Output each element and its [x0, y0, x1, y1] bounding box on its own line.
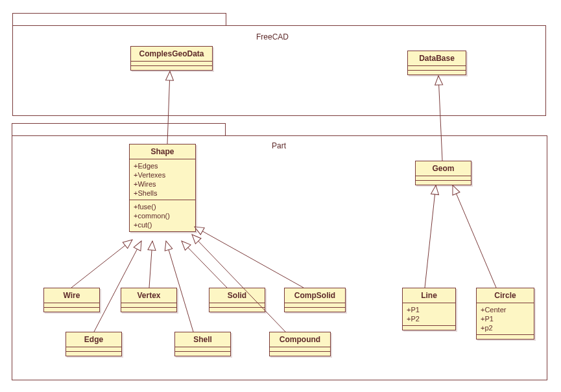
- class-solid[interactable]: Solid: [209, 288, 265, 312]
- attr-row: +p2: [481, 323, 530, 332]
- class-attributes: +Center +P1 +p2: [477, 303, 534, 335]
- class-edge[interactable]: Edge: [66, 332, 122, 356]
- class-geom[interactable]: Geom: [415, 161, 471, 185]
- op-row: +fuse(): [134, 202, 191, 211]
- class-name: CompSolid: [285, 288, 345, 303]
- package-part-label: Part: [259, 141, 298, 150]
- package-freecad-tab: [12, 13, 226, 26]
- class-attr-empty: [44, 303, 99, 308]
- class-complesgeodata[interactable]: ComplesGeoData: [130, 46, 213, 71]
- diagram-canvas: FreeCAD Part ComplesGeoData DataBase Sha…: [0, 0, 561, 392]
- class-attr-empty: [270, 347, 330, 352]
- package-part-tab: [12, 123, 226, 136]
- class-op-empty: [285, 308, 345, 312]
- class-wire[interactable]: Wire: [43, 288, 100, 312]
- class-attributes: +Edges +Vertexes +Wires +Shells: [130, 159, 195, 200]
- class-operations: +fuse() +common() +cut(): [130, 200, 195, 231]
- class-name: Solid: [209, 288, 265, 303]
- class-shape[interactable]: Shape +Edges +Vertexes +Wires +Shells +f…: [129, 144, 196, 232]
- class-op-empty: [44, 308, 99, 312]
- class-op-empty: [403, 326, 455, 330]
- package-freecad-label: FreeCAD: [246, 32, 298, 41]
- class-attr-empty: [408, 66, 466, 71]
- class-shell[interactable]: Shell: [174, 332, 231, 356]
- class-compound[interactable]: Compound: [269, 332, 331, 356]
- class-attr-empty: [121, 303, 176, 308]
- class-name: Wire: [44, 288, 99, 303]
- attr-row: +Vertexes: [134, 170, 191, 179]
- class-op-empty: [477, 335, 534, 339]
- class-name: Shell: [175, 332, 230, 347]
- class-attributes: +P1 +P2: [403, 303, 455, 326]
- op-row: +common(): [134, 211, 191, 220]
- class-attr-empty: [175, 347, 230, 352]
- class-name: Geom: [416, 161, 471, 176]
- class-vertex[interactable]: Vertex: [121, 288, 177, 312]
- op-row: +cut(): [134, 220, 191, 229]
- class-circle[interactable]: Circle +Center +P1 +p2: [476, 288, 534, 340]
- class-op-empty: [416, 181, 471, 185]
- class-attr-empty: [416, 176, 471, 181]
- attr-row: +P1: [481, 314, 530, 323]
- class-attr-empty: [209, 303, 265, 308]
- attr-row: +Wires: [134, 179, 191, 189]
- class-op-empty: [121, 308, 176, 312]
- class-attr-empty: [66, 347, 121, 352]
- class-op-empty: [209, 308, 265, 312]
- class-name: DataBase: [408, 51, 466, 66]
- attr-row: +P1: [407, 305, 451, 314]
- class-op-empty: [131, 66, 212, 70]
- attr-row: +P2: [407, 314, 451, 323]
- class-name: Compound: [270, 332, 330, 347]
- class-attr-empty: [285, 303, 345, 308]
- class-op-empty: [175, 352, 230, 356]
- class-name: Circle: [477, 288, 534, 303]
- attr-row: +Center: [481, 305, 530, 314]
- class-name: Edge: [66, 332, 121, 347]
- attr-row: +Shells: [134, 189, 191, 198]
- class-name: ComplesGeoData: [131, 47, 212, 62]
- class-attr-empty: [131, 62, 212, 66]
- class-op-empty: [270, 352, 330, 356]
- class-name: Shape: [130, 144, 195, 159]
- class-database[interactable]: DataBase: [407, 51, 466, 75]
- class-op-empty: [408, 71, 466, 75]
- class-name: Vertex: [121, 288, 176, 303]
- attr-row: +Edges: [134, 161, 191, 170]
- class-compsolid[interactable]: CompSolid: [284, 288, 346, 312]
- class-line[interactable]: Line +P1 +P2: [402, 288, 456, 330]
- class-name: Line: [403, 288, 455, 303]
- class-op-empty: [66, 352, 121, 356]
